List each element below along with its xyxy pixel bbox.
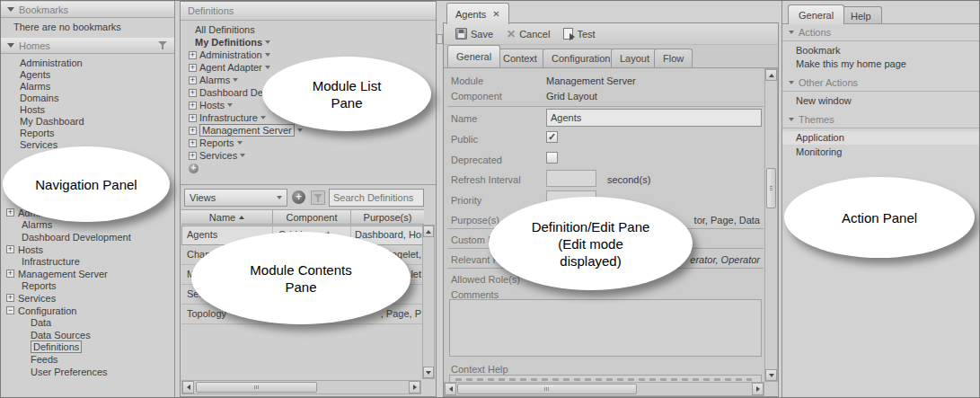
- homes-section-header[interactable]: Homes: [1, 38, 174, 54]
- module-item-administration[interactable]: +Administration: [184, 49, 423, 61]
- tree-item-management-server[interactable]: +Management Server: [1, 268, 172, 280]
- home-item[interactable]: Alarms: [1, 81, 172, 93]
- tree-item-user-preferences[interactable]: User Preferences: [1, 366, 172, 378]
- tree-item-services[interactable]: +Services: [1, 292, 172, 305]
- scroll-right-icon[interactable]: [409, 381, 420, 394]
- dropdown-arrow-icon[interactable]: [260, 116, 266, 119]
- test-button[interactable]: Test: [559, 26, 599, 41]
- tab-help[interactable]: Help: [840, 6, 882, 24]
- dropdown-arrow-icon[interactable]: [265, 53, 270, 57]
- themes-section-header[interactable]: Themes: [782, 114, 980, 125]
- tree-item-hosts[interactable]: +Hosts: [1, 243, 172, 256]
- bookmarks-section-header[interactable]: Bookmarks: [1, 2, 174, 18]
- column-header-name[interactable]: Name: [181, 210, 273, 224]
- expand-icon[interactable]: +: [189, 64, 197, 72]
- expand-icon[interactable]: +: [189, 76, 197, 84]
- add-definition-button[interactable]: +: [292, 190, 305, 204]
- document-tab-agents[interactable]: Agents ✕: [446, 3, 509, 24]
- scroll-down-icon[interactable]: [765, 369, 777, 381]
- home-item[interactable]: My Dashboard: [1, 116, 172, 128]
- public-checkbox[interactable]: ✓: [546, 131, 558, 143]
- tree-item-infrastructure[interactable]: Infrastructure: [1, 255, 172, 268]
- home-item[interactable]: Administration: [1, 57, 172, 69]
- home-item[interactable]: Reports: [1, 128, 172, 139]
- actions-section-header[interactable]: Actions: [782, 27, 980, 38]
- action-bookmark[interactable]: Bookmark: [782, 44, 980, 57]
- views-dropdown[interactable]: Views: [184, 189, 287, 207]
- other-actions-section-header[interactable]: Other Actions: [782, 77, 980, 88]
- tab-configuration[interactable]: Configuration: [543, 49, 619, 67]
- expand-icon[interactable]: +: [189, 127, 197, 135]
- tree-item-dashboard-development[interactable]: Dashboard Development: [1, 231, 172, 243]
- expand-icon[interactable]: +: [6, 208, 14, 217]
- expand-icon[interactable]: +: [6, 294, 14, 302]
- expand-icon[interactable]: +: [189, 114, 197, 122]
- home-item[interactable]: Domains: [1, 93, 172, 104]
- tree-item-data[interactable]: Data: [1, 316, 172, 329]
- collapse-box-icon[interactable]: −: [6, 306, 14, 314]
- theme-application[interactable]: Application: [782, 131, 980, 145]
- tab-general[interactable]: General: [788, 4, 844, 24]
- theme-monitoring[interactable]: Monitoring: [782, 146, 980, 159]
- column-header-purpose[interactable]: Purpose(s): [351, 210, 424, 224]
- deprecated-checkbox[interactable]: [546, 152, 558, 164]
- splitter-handle[interactable]: [437, 34, 443, 44]
- column-header-component[interactable]: Component: [273, 210, 351, 224]
- scrollbar-thumb[interactable]: [766, 168, 776, 208]
- expand-icon[interactable]: +: [189, 51, 197, 59]
- dropdown-arrow-icon[interactable]: [227, 103, 233, 107]
- scroll-left-icon[interactable]: [445, 383, 456, 395]
- expand-icon[interactable]: +: [6, 270, 14, 278]
- filter-icon[interactable]: [158, 41, 167, 49]
- scroll-up-icon[interactable]: [765, 69, 777, 81]
- edit-vertical-scrollbar[interactable]: [764, 68, 778, 382]
- dropdown-arrow-icon[interactable]: [237, 141, 243, 145]
- comments-field[interactable]: [449, 299, 762, 357]
- scrollbar-thumb[interactable]: [457, 384, 637, 394]
- filter-button[interactable]: [311, 190, 325, 205]
- dropdown-arrow-icon[interactable]: [297, 128, 303, 132]
- dropdown-arrow-icon[interactable]: [240, 154, 245, 157]
- home-item[interactable]: Hosts: [1, 104, 172, 116]
- close-icon[interactable]: ✕: [492, 9, 499, 19]
- scroll-left-icon[interactable]: [182, 381, 194, 394]
- dropdown-arrow-icon[interactable]: [265, 66, 270, 69]
- save-button[interactable]: Save: [451, 26, 498, 41]
- cancel-button[interactable]: ✕Cancel: [502, 27, 554, 41]
- scroll-down-icon[interactable]: [423, 367, 434, 378]
- scrollbar-thumb[interactable]: [196, 382, 317, 393]
- scroll-right-icon[interactable]: [752, 383, 764, 395]
- tab-flow[interactable]: Flow: [654, 49, 693, 67]
- expand-icon[interactable]: +: [6, 245, 14, 253]
- module-item-reports[interactable]: +Reports: [184, 137, 423, 149]
- tree-item-configuration[interactable]: −Configuration: [1, 305, 172, 317]
- expand-icon[interactable]: +: [189, 89, 197, 97]
- action-make-home-page[interactable]: Make this my home page: [782, 57, 980, 71]
- tab-context[interactable]: Context: [494, 49, 546, 67]
- tree-item-reports[interactable]: Reports: [1, 280, 172, 293]
- expand-icon[interactable]: +: [189, 102, 197, 110]
- name-field[interactable]: [546, 109, 762, 127]
- tab-general[interactable]: General: [447, 45, 500, 67]
- action-new-window[interactable]: New window: [782, 94, 980, 108]
- module-item-all-definitions[interactable]: All Definitions: [184, 23, 423, 36]
- dropdown-arrow-icon[interactable]: [265, 40, 270, 44]
- module-item-services[interactable]: +Services: [184, 149, 423, 162]
- edit-horizontal-scrollbar[interactable]: [444, 382, 764, 396]
- tree-item-definitions[interactable]: Definitions: [1, 341, 172, 354]
- tab-layout[interactable]: Layout: [611, 49, 658, 67]
- add-icon[interactable]: +: [189, 164, 199, 173]
- context-help-field[interactable]: [449, 375, 762, 382]
- expand-icon[interactable]: +: [189, 139, 197, 147]
- home-item[interactable]: Agents: [1, 69, 172, 81]
- scroll-up-icon[interactable]: [423, 226, 434, 237]
- expand-icon[interactable]: +: [189, 152, 197, 160]
- tree-item-feeds[interactable]: Feeds: [1, 353, 172, 366]
- table-vertical-scrollbar[interactable]: [422, 225, 435, 379]
- search-input[interactable]: [329, 189, 424, 207]
- module-item-my-definitions[interactable]: My Definitions: [184, 36, 423, 49]
- refresh-interval-field[interactable]: [546, 170, 596, 187]
- tree-item-data-sources[interactable]: Data Sources: [1, 329, 172, 341]
- dropdown-arrow-icon[interactable]: [233, 78, 238, 82]
- table-horizontal-scrollbar[interactable]: [181, 380, 421, 394]
